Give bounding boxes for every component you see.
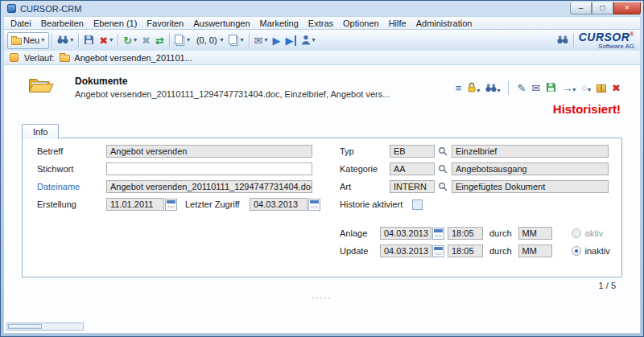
export-arrow-icon: → (562, 82, 572, 94)
circle-icon: ○ (581, 82, 588, 94)
edit-pencil-icon[interactable]: ✎ (517, 83, 526, 93)
inaktiv-label: inaktiv (585, 246, 610, 256)
save-record-button[interactable] (546, 82, 556, 94)
record-counter-button[interactable]: (0, 0) ▾ (192, 32, 226, 49)
tab-strip: Info (22, 123, 640, 138)
mail-envelope-icon[interactable]: ✉ (531, 83, 540, 93)
aktiv-radio[interactable] (572, 228, 581, 238)
new-button-label: Neu (23, 35, 39, 45)
package-icon[interactable] (597, 84, 606, 92)
search-record-button[interactable]: ▾ (485, 83, 500, 94)
anlage-date-field: 04.03.2013 (380, 227, 431, 240)
menu-hilfe[interactable]: Hilfe (384, 18, 411, 29)
typ-code-field: EB (390, 145, 435, 158)
calendar-icon[interactable] (308, 199, 320, 211)
copy-record-button[interactable]: ▾ (172, 32, 192, 49)
calendar-icon[interactable] (432, 245, 444, 257)
menu-extras[interactable]: Extras (303, 18, 338, 29)
menu-administration[interactable]: Administration (411, 18, 477, 29)
workflow-start-button[interactable]: ▶ (270, 32, 283, 49)
lookup-icon[interactable] (437, 181, 448, 192)
chevron-down-icon: ▾ (572, 86, 576, 93)
global-search-button[interactable] (555, 32, 571, 49)
tab-info[interactable]: Info (22, 124, 59, 139)
new-button[interactable]: Neu ▾ (7, 32, 49, 49)
lock-button[interactable]: ▾ (467, 82, 480, 94)
calendar-icon[interactable] (165, 199, 177, 211)
list-icon[interactable]: ≡ (456, 83, 462, 93)
workflow-next-button[interactable]: ▶ (283, 32, 299, 49)
binoculars-icon (485, 84, 497, 94)
export-document-icon (229, 35, 237, 44)
open-folder-icon (28, 76, 54, 99)
export-button[interactable]: →▾ (562, 83, 576, 93)
transfer-button[interactable]: ⇄ (153, 32, 167, 49)
menu-marketing[interactable]: Marketing (255, 18, 303, 29)
folder-icon (60, 55, 70, 62)
icon-separator (508, 81, 509, 95)
splitter-handle[interactable]: ····· (4, 295, 640, 300)
chevron-down-icon: ▾ (187, 37, 190, 43)
user-button[interactable]: ▾ (299, 32, 318, 49)
close-record-icon[interactable]: ✖ (612, 83, 621, 93)
lookup-icon[interactable] (437, 163, 448, 175)
menu-favoriten[interactable]: Favoriten (142, 18, 188, 29)
page-subtitle: Angebot versenden_20110111_1294747731404… (75, 89, 390, 99)
historie-checkbox[interactable] (412, 199, 423, 210)
betreff-row: Betreff Angebot versenden (37, 145, 320, 158)
minimize-button[interactable]: – (570, 2, 592, 14)
mail-button[interactable]: ✉ ▾ (252, 32, 270, 49)
kategorie-text-field: Angebotsausgang (452, 162, 609, 175)
delete-button[interactable]: ✖ ▾ (97, 32, 115, 49)
typ-label: Typ (340, 146, 390, 156)
inaktiv-radio[interactable] (572, 246, 581, 256)
export-record-button[interactable]: ▾ (226, 32, 246, 49)
update-user-field: MM (518, 245, 552, 257)
menu-ebenen[interactable]: Ebenen (1) (89, 18, 142, 29)
save-button[interactable] (81, 32, 97, 49)
search-button[interactable]: ▾ (55, 32, 76, 49)
new-folder-icon (11, 38, 22, 45)
maximize-button[interactable]: □ (592, 2, 613, 14)
discard-button[interactable]: ✖ (139, 32, 153, 49)
link-button[interactable]: ○▾ (581, 83, 591, 93)
header-text: Dokumente Angebot versenden_20110111_129… (75, 76, 390, 99)
anlage-user-field: MM (518, 227, 552, 240)
history-entry[interactable]: Angebot versenden_201101... (60, 53, 192, 63)
form-left-column: Betreff Angebot versenden Stichwort Date… (37, 145, 320, 262)
betreff-label: Betreff (37, 146, 106, 156)
toolbar-separator (52, 34, 52, 47)
kategorie-code-field: AA (390, 162, 435, 175)
horizontal-scrollbar[interactable] (6, 323, 84, 331)
chevron-down-icon: ▾ (265, 37, 268, 43)
documents-icon (175, 35, 183, 44)
window-title: CURSOR-CRM (20, 4, 81, 14)
scrollbar-thumb[interactable] (8, 324, 42, 329)
menu-datei[interactable]: Datei (6, 18, 36, 29)
app-window: CURSOR-CRM – □ × Datei Bearbeiten Ebenen… (0, 0, 644, 337)
page-indicator: 1 / 5 (4, 281, 616, 290)
menu-auswertungen[interactable]: Auswertungen (188, 18, 254, 29)
letzter-zugriff-field: 04.03.2013 (250, 198, 308, 211)
history-entry-label: Angebot versenden_201101... (74, 53, 192, 63)
binoculars-icon (557, 35, 568, 46)
anlage-row: Anlage 04.03.2013 18:05 durch MM aktiv (340, 227, 613, 240)
toolbar-separator (573, 34, 574, 47)
historie-row: Historie aktiviert (340, 198, 613, 211)
menu-optionen[interactable]: Optionen (338, 18, 384, 29)
page-title: Dokumente (75, 76, 390, 87)
letzter-zugriff-label: Letzter Zugriff (185, 199, 250, 209)
refresh-button[interactable]: ↻ ▾ (121, 32, 139, 49)
stichwort-input[interactable] (106, 162, 312, 175)
discard-x-icon: ✖ (142, 35, 151, 46)
chevron-down-icon: ▾ (588, 86, 591, 93)
anlage-label: Anlage (340, 228, 380, 238)
lookup-icon[interactable] (437, 146, 448, 157)
chevron-down-icon: ▾ (477, 87, 480, 94)
close-button[interactable]: × (613, 2, 641, 14)
menu-bearbeiten[interactable]: Bearbeiten (36, 18, 89, 29)
anlage-time-field: 18:05 (448, 227, 483, 240)
calendar-icon[interactable] (432, 228, 444, 240)
content-area: Dokumente Angebot versenden_20110111_129… (3, 65, 641, 334)
dateiname-label[interactable]: Dateiname (37, 182, 106, 191)
